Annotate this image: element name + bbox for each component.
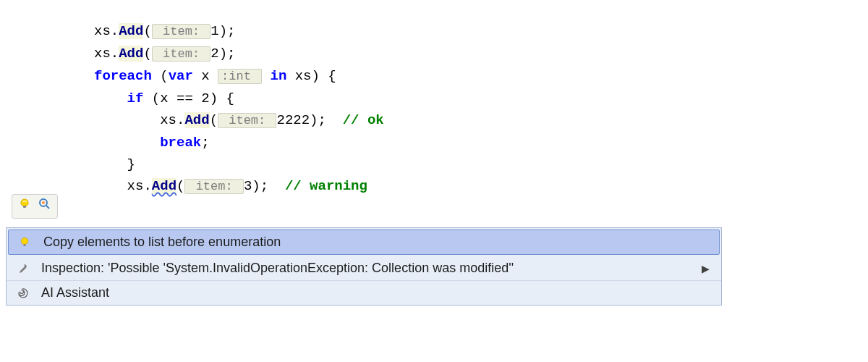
method-name: Add: [119, 46, 143, 62]
popup-item-label: Inspection: 'Possible 'System.InvalidOpe…: [41, 261, 690, 276]
svg-rect-6: [24, 244, 26, 246]
parameter-hint: item:: [218, 113, 276, 128]
keyword: break: [160, 135, 201, 151]
code-text: 1: [210, 23, 218, 39]
code-text: [94, 90, 127, 106]
code-text: [94, 135, 160, 151]
code-text: [94, 178, 127, 194]
svg-point-4: [42, 201, 45, 204]
code-text: (: [210, 112, 218, 128]
chevron-right-icon: ▶: [702, 263, 710, 274]
popup-item-ai-assistant[interactable]: AI Assistant: [7, 281, 721, 305]
keyword: in: [262, 68, 286, 84]
code-text: (: [152, 68, 169, 84]
quick-fix-gutter[interactable]: [12, 194, 58, 219]
code-text: (: [176, 178, 184, 194]
code-text: xs) {: [286, 68, 336, 84]
comment: // warning: [285, 178, 367, 194]
keyword: if: [127, 90, 144, 106]
svg-point-0: [21, 199, 28, 206]
code-line: }: [94, 153, 868, 175]
code-text: );: [310, 112, 343, 128]
code-text: 2222: [276, 112, 310, 128]
code-text: ;: [201, 135, 209, 151]
code-editor[interactable]: xs.Add( item: 1); xs.Add( item: 2); fore…: [0, 0, 868, 198]
code-text: );: [252, 178, 285, 194]
wrench-icon: [15, 261, 30, 276]
method-name-warning: Add: [152, 178, 176, 194]
code-line: xs.Add( item: 1);: [94, 20, 868, 43]
code-text: }: [94, 156, 135, 172]
quick-fix-popup: Copy elements to list before enumeration…: [6, 227, 722, 306]
popup-item-inspection[interactable]: Inspection: 'Possible 'System.InvalidOpe…: [7, 256, 721, 281]
popup-item-copy-elements[interactable]: Copy elements to list before enumeration: [8, 230, 720, 255]
code-text: xs.: [94, 23, 119, 39]
code-text: (: [143, 23, 151, 39]
svg-line-3: [46, 206, 49, 209]
code-text: );: [219, 23, 236, 39]
code-line: foreach (var x :int in xs) {: [94, 65, 868, 88]
code-text: xs.: [160, 112, 184, 128]
popup-item-label: Copy elements to list before enumeration: [43, 235, 710, 250]
spiral-icon: [15, 286, 30, 300]
keyword: var: [169, 68, 193, 84]
method-name: Add: [184, 112, 209, 128]
type-hint: :int: [218, 69, 262, 84]
code-line: xs.Add( item: 3); // warning: [94, 175, 868, 198]
inspect-icon[interactable]: [38, 198, 51, 215]
code-text: 2: [210, 46, 218, 62]
lightbulb-icon[interactable]: [18, 198, 31, 215]
code-text: (x == 2) {: [143, 90, 234, 106]
code-text: (: [143, 46, 151, 62]
popup-item-label: AI Assistant: [41, 285, 712, 300]
code-text: x: [193, 68, 218, 84]
code-text: xs.: [94, 46, 119, 62]
code-text: );: [219, 46, 236, 62]
svg-rect-1: [23, 206, 26, 208]
comment: // ok: [343, 112, 384, 128]
lightbulb-icon: [17, 235, 32, 250]
code-line: break;: [94, 132, 868, 153]
parameter-hint: item:: [152, 46, 210, 62]
code-text: [94, 112, 160, 128]
parameter-hint: item:: [184, 179, 243, 194]
keyword: foreach: [94, 68, 152, 84]
code-text: xs.: [127, 178, 152, 194]
method-name: Add: [119, 23, 143, 39]
code-line: xs.Add( item: 2);: [94, 43, 868, 65]
code-text: 3: [244, 178, 252, 194]
code-line: if (x == 2) {: [94, 88, 868, 109]
code-line: xs.Add( item: 2222); // ok: [94, 109, 868, 132]
svg-point-5: [22, 237, 28, 244]
parameter-hint: item:: [152, 24, 210, 39]
